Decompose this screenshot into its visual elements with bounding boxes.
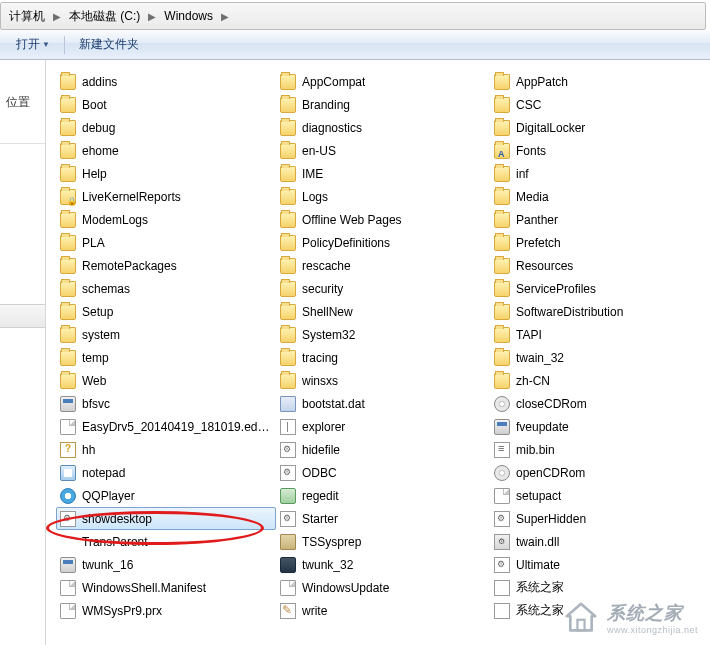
file-item[interactable]: AppCompat xyxy=(276,70,490,93)
file-item[interactable]: Boot xyxy=(56,93,276,116)
file-item[interactable]: Branding xyxy=(276,93,490,116)
file-item[interactable]: Starter xyxy=(276,507,490,530)
file-item[interactable]: zh-CN xyxy=(490,369,704,392)
file-item[interactable]: RemotePackages xyxy=(56,254,276,277)
unknown-icon xyxy=(494,580,510,596)
file-item[interactable]: closeCDRom xyxy=(490,392,704,415)
file-item[interactable]: TransParent xyxy=(56,530,276,553)
file-item[interactable]: 系统之家 xyxy=(490,576,704,599)
file-item[interactable]: Prefetch xyxy=(490,231,704,254)
file-item[interactable]: DigitalLocker xyxy=(490,116,704,139)
file-item[interactable]: twain.dll xyxy=(490,530,704,553)
file-item[interactable]: regedit xyxy=(276,484,490,507)
file-item[interactable]: ODBC xyxy=(276,461,490,484)
file-item[interactable]: twunk_32 xyxy=(276,553,490,576)
file-item[interactable]: temp xyxy=(56,346,276,369)
file-item[interactable]: ServiceProfiles xyxy=(490,277,704,300)
file-item[interactable]: Web xyxy=(56,369,276,392)
file-label: ShellNew xyxy=(302,305,353,319)
folder-icon xyxy=(280,143,296,159)
file-list: addinsBootdebugehomeHelpLiveKernelReport… xyxy=(46,60,710,645)
cd-icon xyxy=(494,465,510,481)
file-item[interactable]: Fonts xyxy=(490,139,704,162)
open-button[interactable]: 打开▼ xyxy=(8,33,58,56)
file-item[interactable]: setupact xyxy=(490,484,704,507)
file-item[interactable]: Media xyxy=(490,185,704,208)
folder-icon xyxy=(494,327,510,343)
breadcrumb-item[interactable]: 计算机 xyxy=(3,3,51,29)
file-item[interactable]: Logs xyxy=(276,185,490,208)
chevron-right-icon[interactable]: ▶ xyxy=(219,11,231,22)
file-item[interactable]: hidefile xyxy=(276,438,490,461)
file-item[interactable]: EasyDrv5_20140419_181019.ed5l... xyxy=(56,415,276,438)
file-item[interactable]: TAPI xyxy=(490,323,704,346)
file-item[interactable]: en-US xyxy=(276,139,490,162)
folder-icon xyxy=(494,97,510,113)
file-item[interactable]: tracing xyxy=(276,346,490,369)
file-item[interactable]: WindowsUpdate xyxy=(276,576,490,599)
file-item[interactable]: IME xyxy=(276,162,490,185)
file-item[interactable]: Help xyxy=(56,162,276,185)
file-item[interactable]: Resources xyxy=(490,254,704,277)
none-icon xyxy=(60,534,76,550)
file-item[interactable]: Setup xyxy=(56,300,276,323)
file-item[interactable]: debug xyxy=(56,116,276,139)
file-item[interactable]: PLA xyxy=(56,231,276,254)
chevron-right-icon[interactable]: ▶ xyxy=(146,11,158,22)
new-folder-button[interactable]: 新建文件夹 xyxy=(71,33,147,56)
sidebar-section[interactable] xyxy=(0,304,45,328)
file-item[interactable]: system xyxy=(56,323,276,346)
breadcrumb-item[interactable]: 本地磁盘 (C:) xyxy=(63,3,146,29)
file-item[interactable]: 系统之家 xyxy=(490,599,704,622)
folder-icon xyxy=(280,258,296,274)
file-item[interactable]: winsxs xyxy=(276,369,490,392)
file-label: fveupdate xyxy=(516,420,569,434)
file-item[interactable]: PolicyDefinitions xyxy=(276,231,490,254)
file-item[interactable]: bfsvc xyxy=(56,392,276,415)
file-item[interactable]: inf xyxy=(490,162,704,185)
file-item[interactable]: schemas xyxy=(56,277,276,300)
file-item[interactable]: LiveKernelReports xyxy=(56,185,276,208)
file-item[interactable]: ShellNew xyxy=(276,300,490,323)
file-label: addins xyxy=(82,75,117,89)
file-item[interactable]: fveupdate xyxy=(490,415,704,438)
file-item[interactable]: Ultimate xyxy=(490,553,704,576)
file-item[interactable]: WindowsShell.Manifest xyxy=(56,576,276,599)
sidebar-item[interactable]: 位置 xyxy=(0,90,45,115)
file-item[interactable]: hh xyxy=(56,438,276,461)
file-item[interactable]: TSSysprep xyxy=(276,530,490,553)
2col-icon xyxy=(280,419,296,435)
file-item[interactable]: System32 xyxy=(276,323,490,346)
separator xyxy=(64,36,65,54)
file-item[interactable]: QQPlayer xyxy=(56,484,276,507)
file-item[interactable]: AppPatch xyxy=(490,70,704,93)
file-item[interactable]: bootstat.dat xyxy=(276,392,490,415)
file-item[interactable]: rescache xyxy=(276,254,490,277)
file-item[interactable]: Offline Web Pages xyxy=(276,208,490,231)
folder-icon xyxy=(280,166,296,182)
file-label: ODBC xyxy=(302,466,337,480)
file-item[interactable]: CSC xyxy=(490,93,704,116)
file-item[interactable]: ModemLogs xyxy=(56,208,276,231)
file-item[interactable]: SoftwareDistribution xyxy=(490,300,704,323)
file-item[interactable]: write xyxy=(276,599,490,622)
file-item[interactable]: showdesktop xyxy=(56,507,276,530)
file-item[interactable]: twunk_16 xyxy=(56,553,276,576)
folder-icon xyxy=(494,74,510,90)
file-item[interactable]: diagnostics xyxy=(276,116,490,139)
folder-icon xyxy=(280,350,296,366)
breadcrumb-item[interactable]: Windows xyxy=(158,3,219,29)
file-item[interactable]: explorer xyxy=(276,415,490,438)
chevron-right-icon[interactable]: ▶ xyxy=(51,11,63,22)
file-item[interactable]: security xyxy=(276,277,490,300)
file-label: hh xyxy=(82,443,95,457)
file-item[interactable]: notepad xyxy=(56,461,276,484)
file-item[interactable]: addins xyxy=(56,70,276,93)
file-item[interactable]: WMSysPr9.prx xyxy=(56,599,276,622)
file-item[interactable]: openCDRom xyxy=(490,461,704,484)
file-item[interactable]: SuperHidden xyxy=(490,507,704,530)
file-item[interactable]: Panther xyxy=(490,208,704,231)
file-item[interactable]: ehome xyxy=(56,139,276,162)
file-item[interactable]: twain_32 xyxy=(490,346,704,369)
file-item[interactable]: mib.bin xyxy=(490,438,704,461)
